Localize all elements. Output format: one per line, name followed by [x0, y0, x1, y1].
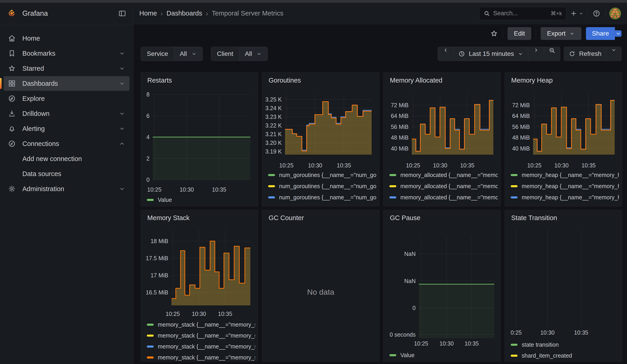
svg-text:10:25: 10:25 [414, 340, 428, 347]
share-button-label: Share [592, 30, 609, 37]
legend-label: Value [400, 352, 415, 359]
legend-item[interactable]: num_goroutines {__name__="num_go [268, 181, 376, 192]
sidebar-item-alerting[interactable]: Alerting [4, 121, 129, 136]
svg-text:10:25: 10:25 [527, 162, 541, 168]
legend-item[interactable]: num_goroutines {__name__="num_go [268, 169, 376, 181]
svg-text:0: 0 [146, 177, 150, 183]
legend-item[interactable]: memory_heap {__name__="memory_h [511, 203, 619, 206]
refresh-button[interactable]: Refresh [564, 47, 606, 61]
client-filter[interactable]: Client All [211, 47, 268, 61]
sidebar-item-label: Starred [22, 65, 44, 72]
legend-label: memory_stack {__name__="memory_s [158, 321, 255, 328]
chevron-down-icon [256, 51, 262, 57]
sidebar-item-administration[interactable]: Administration [4, 182, 129, 196]
legend-item[interactable]: memory_stack {__name__="memory_s [147, 352, 255, 363]
sidebar-item-data-sources[interactable]: Data sources [4, 166, 129, 181]
legend-item[interactable]: memory_heap {__name__="memory_h [511, 169, 619, 181]
sidebar-item-starred[interactable]: Starred [4, 61, 129, 76]
time-range-label: Last 15 minutes [469, 50, 514, 57]
sidebar-item-explore[interactable]: Explore [4, 91, 129, 106]
legend-item[interactable]: memory_heap {__name__="memory_h [511, 192, 619, 203]
search-input[interactable]: Search... ⌘+k [479, 7, 566, 20]
legend-item[interactable]: memory_heap {__name__="memory_h [511, 181, 619, 192]
sidebar-item-home[interactable]: Home [4, 31, 129, 46]
zoom-out-button[interactable] [544, 47, 560, 54]
toolbar-divider [536, 29, 536, 38]
svg-text:48 MiB: 48 MiB [391, 134, 409, 141]
svg-text:10:30: 10:30 [440, 340, 454, 347]
time-range-button[interactable]: Last 15 minutes [454, 47, 528, 61]
refresh-icon [569, 51, 575, 57]
breadcrumb-dashboards[interactable]: Dashboards [166, 9, 202, 17]
legend-item[interactable]: num_goroutines {__name__="num_go [268, 192, 376, 203]
svg-text:18 MiB: 18 MiB [151, 238, 168, 244]
svg-text:16.5 MiB: 16.5 MiB [146, 289, 168, 296]
legend-item[interactable]: state transition [511, 339, 619, 350]
legend-label: state transition [522, 341, 559, 348]
nav-sidebar: HomeBookmarksStarredDashboardsExploreDri… [0, 24, 133, 364]
share-dropdown-button[interactable] [615, 30, 622, 37]
gc-pause-chart[interactable]: NaNNaN00 seconds10:2510:3010:35 [383, 210, 501, 362]
chevron-down-icon [119, 110, 125, 117]
user-avatar[interactable] [609, 7, 621, 19]
legend-color-pill [511, 355, 518, 357]
legend-item[interactable]: memory_allocated {__name__="memo [389, 169, 498, 181]
legend-item[interactable]: memory_allocated {__name__="memo [389, 192, 498, 203]
drilldown-icon [8, 109, 16, 118]
plus-icon [570, 10, 577, 17]
svg-text:10:25: 10:25 [279, 162, 294, 168]
chevron-up-icon [119, 140, 125, 147]
legend-label: num_goroutines {__name__="num_go [279, 194, 376, 201]
chevron-down-icon [119, 50, 125, 57]
legend-item[interactable]: Value [389, 350, 498, 361]
legend-item[interactable]: num_goroutines {__name__="num_go [268, 203, 376, 206]
svg-text:3.21 K: 3.21 K [265, 131, 282, 137]
export-button[interactable]: Export [541, 27, 581, 40]
sidebar-item-connections[interactable]: Connections [4, 136, 129, 151]
time-forward-button[interactable] [528, 47, 544, 53]
svg-text:NaN: NaN [404, 251, 416, 257]
legend-label: num_goroutines {__name__="num_go [279, 183, 376, 190]
svg-text:0 seconds: 0 seconds [390, 331, 416, 338]
sidebar-item-add-new-connection[interactable]: Add new connection [4, 152, 129, 166]
svg-text:56 MiB: 56 MiB [512, 124, 530, 130]
time-back-button[interactable] [438, 47, 454, 53]
svg-text:3.23 K: 3.23 K [265, 113, 282, 120]
legend-color-pill [147, 324, 154, 326]
favorite-star-button[interactable] [490, 29, 498, 38]
svg-text:3.25 K: 3.25 K [265, 96, 282, 103]
sidebar-item-drilldown[interactable]: Drilldown [4, 106, 129, 121]
grafana-logo[interactable] [7, 9, 16, 18]
sidebar-item-dashboards[interactable]: Dashboards [4, 76, 129, 91]
legend-item[interactable]: Value [147, 195, 255, 205]
legend-item[interactable]: memory_allocated {__name__="memo [389, 181, 498, 192]
breadcrumb-home[interactable]: Home [139, 9, 157, 17]
legend-item[interactable]: memory_stack {__name__="memory_s [147, 341, 255, 352]
edit-button[interactable]: Edit [508, 27, 531, 40]
sidebar-item-bookmarks[interactable]: Bookmarks [4, 46, 129, 61]
edit-button-label: Edit [514, 30, 525, 37]
help-button[interactable] [591, 9, 602, 17]
add-new-button[interactable] [570, 7, 584, 19]
svg-text:17.5 MiB: 17.5 MiB [146, 255, 168, 261]
svg-text:0: 0 [413, 305, 416, 311]
svg-text:17 MiB: 17 MiB [151, 272, 168, 278]
refresh-interval-dropdown[interactable] [606, 47, 621, 53]
svg-text:3.22 K: 3.22 K [265, 122, 282, 129]
chevron-down-icon [119, 185, 125, 192]
svg-text:10:30: 10:30 [192, 311, 206, 317]
chevron-down-icon [191, 51, 197, 57]
legend-color-pill [147, 357, 154, 359]
legend-color-pill [389, 354, 396, 356]
restarts-chart[interactable]: 8642010:2510:3010:35 [141, 73, 258, 207]
legend-item[interactable]: memory_stack {__name__="memory_s [147, 319, 255, 330]
panel-title[interactable]: GC Counter [268, 214, 304, 222]
share-button[interactable]: Share [586, 27, 615, 40]
sidebar-header: Grafana [0, 3, 133, 24]
sidebar-toggle-icon[interactable] [118, 9, 126, 18]
service-filter[interactable]: Service All [141, 47, 203, 61]
legend-item[interactable]: memory_stack {__name__="memory_s [147, 330, 255, 341]
legend-item[interactable]: memory_allocated {__name__="memo [389, 203, 498, 206]
legend-item[interactable]: shard_item_created [511, 350, 619, 361]
client-filter-label: Client [211, 47, 240, 61]
